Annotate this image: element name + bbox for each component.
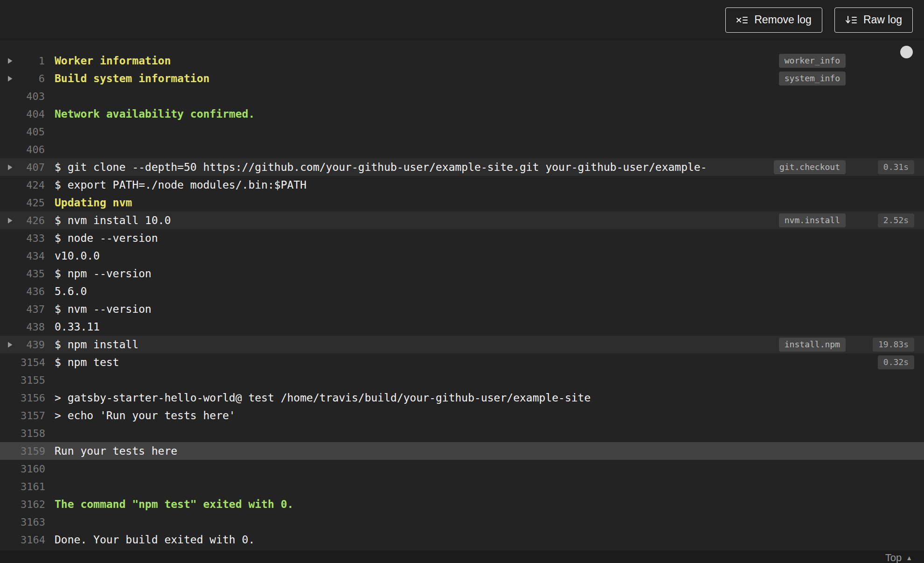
log-row: 426 $ nvm install 10.0 nvm.install 2.52s [0, 211, 924, 229]
fold-toggle-icon[interactable] [0, 75, 21, 82]
log-row-gutter: 438 [0, 321, 45, 333]
line-number[interactable]: 405 [21, 126, 45, 138]
line-number[interactable]: 435 [21, 268, 45, 280]
log-row-gutter: 3158 [0, 428, 45, 439]
log-text: Done. Your build exited with 0. [55, 534, 255, 546]
log-row-gutter: 437 [0, 303, 45, 315]
log-row: 438 0.33.11 [0, 318, 924, 336]
log-text: The command "npm test" exited with 0. [55, 498, 293, 510]
line-number[interactable]: 424 [21, 179, 45, 191]
log-text: $ npm install [55, 338, 139, 351]
line-number[interactable]: 404 [21, 108, 45, 120]
raw-log-button[interactable]: Raw log [834, 7, 913, 33]
log-text: Run your tests here [55, 445, 177, 457]
log-row-gutter: 3154 [0, 357, 45, 368]
line-number[interactable]: 407 [21, 162, 45, 173]
log-row-gutter: 425 [0, 197, 45, 209]
log-row: 424 $ export PATH=./node_modules/.bin:$P… [0, 176, 924, 194]
log-row: 435 $ npm --version [0, 265, 924, 282]
log-row-gutter: 1 [0, 55, 45, 67]
back-to-top-link[interactable]: Top ▲ [885, 552, 912, 563]
step-badge: nvm.install [779, 213, 846, 227]
log-text: $ nvm install 10.0 [55, 214, 171, 226]
fold-toggle-icon[interactable] [0, 217, 21, 224]
log-row: 3164 Done. Your build exited with 0. [0, 531, 924, 549]
line-number[interactable]: 3158 [21, 428, 45, 439]
step-badge: install.npm [779, 338, 846, 352]
log-row: 1 Worker information worker_info [0, 52, 924, 70]
line-number[interactable]: 433 [21, 232, 45, 244]
step-badge: git.checkout [774, 160, 846, 174]
log-row: 406 [0, 141, 924, 158]
log-row: 437 $ nvm --version [0, 300, 924, 318]
log-text: $ node --version [55, 232, 158, 244]
log-row: 3161 [0, 478, 924, 495]
duration-badge: 2.52s [878, 213, 914, 227]
line-number[interactable]: 3161 [21, 481, 45, 493]
line-number[interactable]: 3154 [21, 357, 45, 368]
log-row: 407 $ git clone --depth=50 https://githu… [0, 158, 924, 176]
log-row-gutter: 3164 [0, 534, 45, 546]
line-number[interactable]: 434 [21, 250, 45, 262]
line-number[interactable]: 3155 [21, 374, 45, 386]
back-to-top-label: Top [885, 552, 902, 563]
log-text: Updating nvm [55, 197, 132, 209]
fold-toggle-icon[interactable] [0, 57, 21, 64]
log-row: 3158 [0, 424, 924, 442]
log-text: Build system information [55, 72, 209, 84]
step-badge: worker_info [779, 54, 846, 68]
line-number[interactable]: 3162 [21, 499, 45, 510]
caret-up-icon: ▲ [906, 554, 912, 562]
line-number[interactable]: 6 [21, 73, 45, 84]
line-number[interactable]: 3160 [21, 463, 45, 475]
duration-badge: 19.83s [873, 338, 914, 352]
line-number[interactable]: 425 [21, 197, 45, 209]
log-lines: 1 Worker information worker_info 6 Build… [0, 52, 924, 549]
log-row: 436 5.6.0 [0, 282, 924, 300]
log-row: 3157 > echo 'Run your tests here' [0, 407, 924, 424]
line-number[interactable]: 439 [21, 339, 45, 351]
log-row: 3163 [0, 513, 924, 531]
log-row-gutter: 3155 [0, 374, 45, 386]
log-row-gutter: 3156 [0, 392, 45, 404]
fold-toggle-icon[interactable] [0, 164, 21, 171]
log-row: 433 $ node --version [0, 229, 924, 247]
log-row: 439 $ npm install install.npm 19.83s [0, 336, 924, 353]
line-number[interactable]: 3157 [21, 410, 45, 422]
log-row-gutter: 405 [0, 126, 45, 138]
scroll-indicator[interactable] [900, 46, 913, 58]
line-number[interactable]: 1 [21, 55, 45, 67]
line-number[interactable]: 3164 [21, 534, 45, 546]
footer: Top ▲ [0, 550, 924, 563]
log-row-gutter: 433 [0, 232, 45, 244]
log-row-gutter: 6 [0, 73, 45, 84]
log-row: 3155 [0, 371, 924, 389]
log-row-gutter: 404 [0, 108, 45, 120]
log-text: > gatsby-starter-hello-world@ test /home… [55, 392, 591, 404]
step-badge: system_info [779, 71, 846, 85]
line-number[interactable]: 3163 [21, 516, 45, 528]
line-number[interactable]: 436 [21, 286, 45, 297]
line-number[interactable]: 3159 [21, 445, 45, 457]
line-number[interactable]: 438 [21, 321, 45, 333]
fold-toggle-icon[interactable] [0, 341, 21, 348]
line-number[interactable]: 406 [21, 144, 45, 155]
log-row-gutter: 3163 [0, 516, 45, 528]
remove-log-label: Remove log [754, 14, 812, 26]
log-row-gutter: 406 [0, 144, 45, 155]
log-text: Worker information [55, 55, 171, 67]
log-row-gutter: 3162 [0, 499, 45, 510]
log-row: 425 Updating nvm [0, 194, 924, 211]
line-number[interactable]: 426 [21, 215, 45, 226]
toolbar: Remove log Raw log [0, 0, 924, 40]
remove-log-button[interactable]: Remove log [725, 7, 822, 33]
log-row: 404 Network availability confirmed. [0, 105, 924, 123]
line-number[interactable]: 437 [21, 303, 45, 315]
log-row-gutter: 426 [0, 215, 45, 226]
log-row: 403 [0, 87, 924, 105]
log-row-gutter: 3161 [0, 481, 45, 493]
line-number[interactable]: 403 [21, 91, 45, 102]
log-row-gutter: 424 [0, 179, 45, 191]
line-number[interactable]: 3156 [21, 392, 45, 404]
log-row-gutter: 436 [0, 286, 45, 297]
